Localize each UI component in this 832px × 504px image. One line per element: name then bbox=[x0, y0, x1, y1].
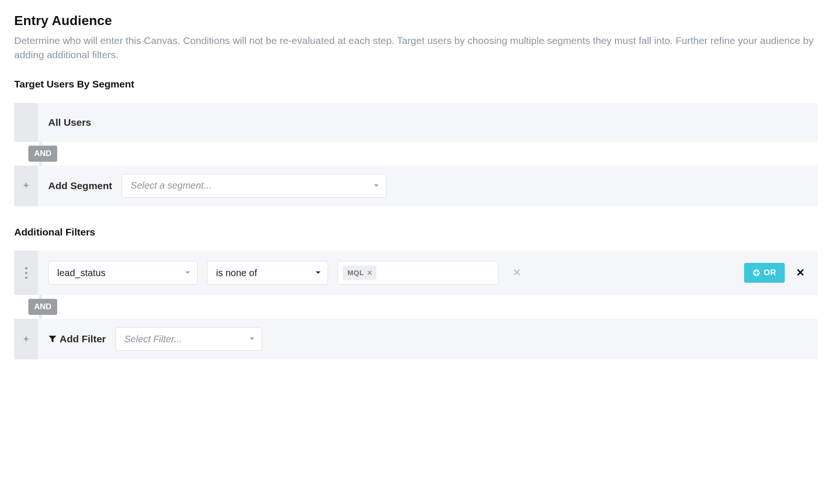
filter-value-tag: MQL ✕ bbox=[343, 266, 376, 280]
filter-row: lead_status is none of MQL ✕ ✕ bbox=[14, 251, 818, 295]
segment-row-label: All Users bbox=[48, 115, 91, 130]
plus-circle-icon bbox=[753, 269, 760, 277]
page-title: Entry Audience bbox=[14, 11, 818, 31]
filter-select-placeholder: Select Filter... bbox=[124, 332, 182, 346]
filters-section-title: Additional Filters bbox=[14, 225, 818, 239]
segment-row-handle bbox=[14, 103, 38, 142]
caret-down-icon bbox=[373, 183, 379, 189]
segment-select-placeholder: Select a segment... bbox=[130, 179, 211, 192]
filter-attribute-value: lead_status bbox=[57, 266, 105, 280]
add-filter-label: Add Filter bbox=[48, 332, 106, 346]
add-filter-row: + Add Filter Select Filter... bbox=[14, 319, 818, 359]
add-filter-handle[interactable]: + bbox=[14, 319, 38, 359]
and-chip: AND bbox=[28, 146, 57, 162]
or-button-label: OR bbox=[764, 268, 777, 278]
add-filter-text: Add Filter bbox=[60, 333, 106, 344]
plus-icon: + bbox=[23, 179, 29, 192]
drag-handle-icon bbox=[25, 267, 27, 279]
plus-icon: + bbox=[23, 332, 29, 346]
add-segment-label: Add Segment bbox=[48, 179, 112, 193]
remove-tag-icon[interactable]: ✕ bbox=[367, 268, 373, 278]
remove-filter-icon[interactable]: ✕ bbox=[796, 265, 805, 280]
filter-value-input[interactable]: MQL ✕ bbox=[338, 261, 498, 285]
filter-value-tag-text: MQL bbox=[347, 268, 364, 278]
filter-row-handle[interactable] bbox=[14, 251, 38, 295]
filter-operator-value: is none of bbox=[216, 266, 257, 280]
or-button[interactable]: OR bbox=[744, 263, 785, 283]
funnel-icon bbox=[48, 335, 57, 343]
and-chip: AND bbox=[28, 299, 57, 315]
segment-select[interactable]: Select a segment... bbox=[121, 174, 386, 198]
filter-select[interactable]: Select Filter... bbox=[115, 327, 262, 351]
caret-down-icon bbox=[185, 270, 191, 276]
caret-down-icon bbox=[315, 270, 321, 276]
add-segment-row: + Add Segment Select a segment... bbox=[14, 165, 818, 206]
segments-section-title: Target Users By Segment bbox=[14, 77, 818, 91]
segment-row: All Users bbox=[14, 103, 818, 142]
add-segment-handle[interactable]: + bbox=[14, 165, 38, 206]
clear-filter-value-icon[interactable]: ✕ bbox=[511, 265, 523, 280]
filter-attribute-select[interactable]: lead_status bbox=[48, 261, 198, 285]
filter-operator-select[interactable]: is none of bbox=[207, 261, 328, 285]
page-description: Determine who will enter this Canvas. Co… bbox=[14, 34, 818, 62]
caret-down-icon bbox=[249, 336, 255, 342]
